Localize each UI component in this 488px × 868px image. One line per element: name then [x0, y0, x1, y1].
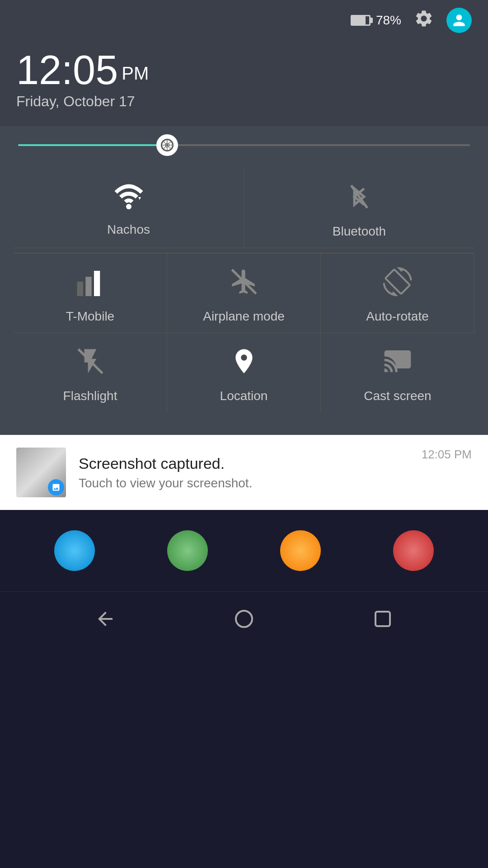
home-button[interactable] — [233, 608, 255, 630]
launcher-background — [0, 510, 488, 591]
toggle-cast[interactable]: Cast screen — [321, 333, 474, 412]
svg-line-6 — [169, 147, 170, 148]
brightness-slider-track[interactable] — [18, 144, 470, 146]
svg-rect-13 — [94, 271, 100, 296]
launcher-icons-row — [0, 510, 488, 591]
brightness-thumb-inner — [161, 139, 174, 151]
cast-icon — [383, 347, 412, 380]
recents-button[interactable] — [372, 608, 394, 630]
brightness-slider-fill — [18, 144, 167, 146]
autorotate-label: Auto-rotate — [366, 309, 429, 324]
user-avatar[interactable] — [446, 8, 472, 33]
wifi-icon — [113, 182, 145, 213]
time-value: 12:05 — [16, 47, 118, 93]
svg-line-8 — [164, 147, 165, 148]
thumbnail-badge — [48, 479, 64, 495]
battery-container: 78% — [351, 13, 401, 28]
quick-settings-panel: Nachos Bluetooth — [0, 126, 488, 435]
svg-rect-12 — [85, 277, 91, 296]
notification-subtitle: Touch to view your screenshot. — [79, 476, 409, 491]
svg-rect-17 — [375, 612, 390, 626]
date-display: Friday, October 17 — [16, 93, 472, 110]
brightness-thumb[interactable] — [156, 134, 178, 156]
launcher-icon-3[interactable] — [280, 530, 321, 571]
brightness-slider-row[interactable] — [14, 144, 474, 146]
bluetooth-label: Bluetooth — [333, 224, 386, 239]
battery-percentage: 78% — [376, 13, 401, 28]
toggle-location[interactable]: Location — [167, 333, 321, 412]
flashlight-label: Flashlight — [63, 389, 117, 403]
ampm-value: PM — [122, 63, 149, 83]
toggle-grid-bottom: T-Mobile Airplane mode Auto-rotate — [14, 253, 474, 412]
airplane-label: Airplane mode — [203, 309, 285, 324]
svg-point-9 — [126, 204, 131, 209]
back-button[interactable] — [94, 608, 116, 630]
signal-icon — [76, 267, 105, 300]
bluetooth-icon — [347, 182, 372, 215]
thumbnail-inner — [16, 448, 66, 497]
toggle-bluetooth[interactable]: Bluetooth — [244, 169, 474, 248]
wifi-label: Nachos — [107, 222, 150, 237]
settings-icon[interactable] — [414, 9, 434, 33]
svg-point-16 — [236, 611, 252, 627]
toggle-airplane[interactable]: Airplane mode — [167, 253, 321, 333]
airplane-icon — [230, 267, 258, 300]
location-icon — [230, 347, 258, 380]
toggle-tmobile[interactable]: T-Mobile — [14, 253, 167, 333]
svg-rect-11 — [77, 282, 83, 296]
svg-line-7 — [169, 142, 170, 143]
location-label: Location — [220, 389, 268, 403]
navigation-bar — [0, 591, 488, 646]
notification-title: Screenshot captured. — [79, 455, 409, 472]
svg-point-0 — [165, 143, 169, 147]
notification-time: 12:05 PM — [422, 448, 472, 462]
battery-icon — [351, 15, 371, 26]
svg-line-5 — [164, 142, 165, 143]
toggle-flashlight[interactable]: Flashlight — [14, 333, 167, 412]
notification-thumbnail — [16, 448, 66, 497]
toggle-autorotate[interactable]: Auto-rotate — [321, 253, 474, 333]
toggle-grid-top: Nachos Bluetooth — [14, 169, 474, 248]
notification-card[interactable]: Screenshot captured. Touch to view your … — [0, 435, 488, 510]
tmobile-label: T-Mobile — [66, 309, 114, 324]
launcher-icon-1[interactable] — [54, 530, 95, 571]
notification-content: Screenshot captured. Touch to view your … — [79, 455, 409, 491]
autorotate-icon — [383, 267, 412, 300]
flashlight-icon — [76, 347, 105, 380]
cast-label: Cast screen — [364, 389, 431, 403]
toggle-wifi[interactable]: Nachos — [14, 169, 244, 248]
status-bar: 78% — [0, 0, 488, 41]
time-display: 12:05PM — [16, 50, 472, 90]
launcher-icon-2[interactable] — [167, 530, 208, 571]
launcher-icon-4[interactable] — [393, 530, 434, 571]
datetime-area: 12:05PM Friday, October 17 — [0, 41, 488, 126]
